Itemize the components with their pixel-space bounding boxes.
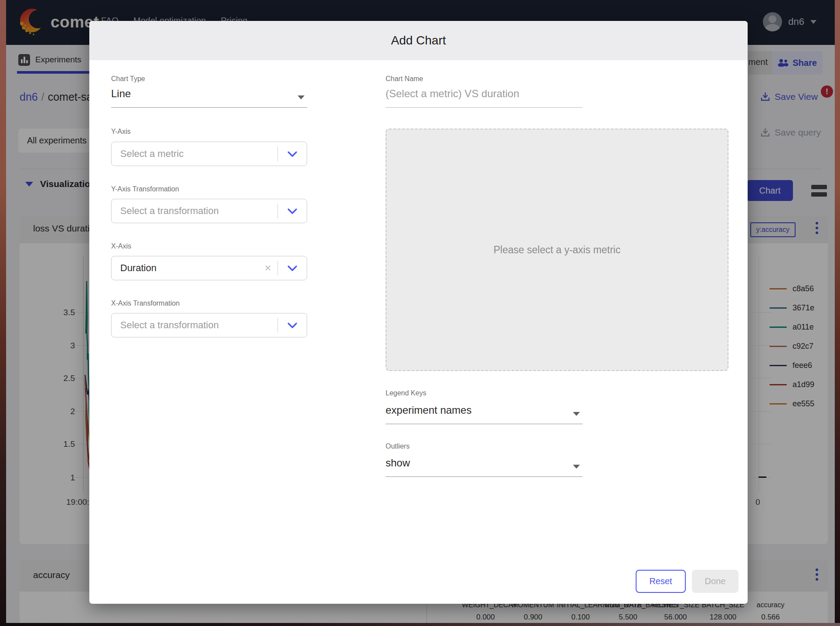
y-axis-transformation-placeholder: Select a transformation [120,205,219,217]
chevron-down-icon[interactable] [288,323,297,328]
chart-name-input[interactable]: (Select a metric) VS duration [386,88,583,108]
chart-preview-area: Please select a y-axis metric [386,129,728,371]
x-axis-transformation-select[interactable]: Select a transformation [111,313,307,337]
clear-icon[interactable]: ✕ [258,263,278,273]
preview-placeholder-text: Please select a y-axis metric [494,244,620,256]
y-axis-select[interactable]: Select a metric [111,142,307,166]
outliers-value: show [386,457,410,469]
outliers-label: Outliers [386,442,410,450]
y-axis-label: Y-Axis [111,128,131,136]
legend-keys-label: Legend Keys [386,389,426,397]
done-button[interactable]: Done [692,570,738,593]
chevron-down-icon [573,412,580,416]
add-chart-modal: Add Chart Chart Type Line Y-Axis Select … [89,21,748,604]
chart-type-select[interactable]: Line [111,88,307,108]
legend-keys-select[interactable]: experiment names [386,404,583,424]
modal-title: Add Chart [89,21,748,60]
x-axis-label: X-Axis [111,242,131,250]
chevron-down-icon [298,95,305,99]
chevron-down-icon [573,465,580,469]
y-axis-transformation-select[interactable]: Select a transformation [111,199,307,223]
modal-header: Add Chart [89,21,748,60]
reset-button[interactable]: Reset [636,570,686,593]
legend-keys-value: experiment names [386,404,471,416]
x-axis-value: Duration [120,262,156,274]
chart-type-label: Chart Type [111,75,145,83]
x-axis-transformation-placeholder: Select a transformation [120,320,219,331]
x-axis-select[interactable]: Duration ✕ [111,256,307,280]
x-axis-transformation-label: X-Axis Transformation [111,299,180,307]
outliers-select[interactable]: show [386,457,583,477]
chevron-down-icon[interactable] [288,151,297,157]
chevron-down-icon[interactable] [288,208,297,214]
y-axis-placeholder: Select a metric [120,148,184,160]
chart-type-value: Line [111,88,131,99]
chart-name-label: Chart Name [386,75,423,83]
y-axis-transformation-label: Y-Axis Transformation [111,185,179,193]
chevron-down-icon[interactable] [288,265,297,271]
chart-name-placeholder: (Select a metric) VS duration [386,88,519,99]
